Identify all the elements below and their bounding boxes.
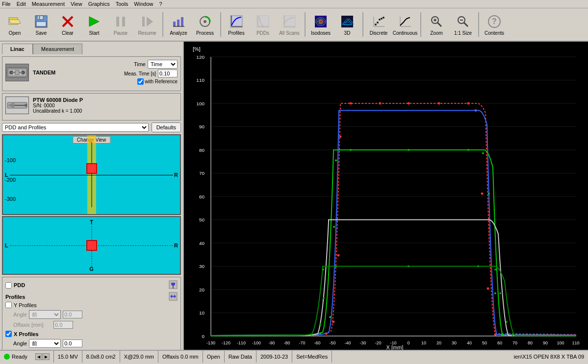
separator-2 (220, 12, 221, 37)
svg-point-158 (494, 268, 496, 270)
svg-point-40 (383, 17, 384, 19)
pause-button[interactable]: Pause (108, 10, 133, 39)
start-label: Start (89, 30, 99, 36)
svg-point-157 (477, 265, 479, 267)
reference-checkbox[interactable] (137, 78, 144, 85)
pdd-checkbox[interactable] (5, 282, 12, 289)
svg-point-37 (377, 22, 379, 24)
contents-button[interactable]: ? Contents (482, 10, 507, 39)
status-ready: Ready (0, 353, 31, 361)
svg-point-154 (322, 268, 324, 270)
menu-window[interactable]: Window (134, 1, 153, 7)
isodoses-button[interactable]: Isodoses (308, 10, 333, 39)
svg-rect-57 (15, 71, 19, 74)
menu-graphics[interactable]: Graphics (88, 1, 110, 7)
svg-text:?: ? (492, 17, 497, 25)
menu-edit[interactable]: Edit (17, 1, 26, 7)
angle-y-input[interactable] (63, 311, 82, 318)
angle-x-row: Angle 前 (13, 339, 178, 348)
profiles-button[interactable]: Profiles (224, 10, 249, 39)
xprofiles-row: X Profiles (5, 331, 178, 337)
defaults-button[interactable]: Defaults (152, 122, 181, 132)
detector1-info: TANDEM (33, 70, 120, 75)
angle-y-select[interactable]: 前 (29, 310, 61, 319)
mode-select[interactable]: Time Charge (148, 60, 178, 69)
pause-icon (113, 14, 128, 29)
svg-point-152 (319, 323, 321, 325)
svg-rect-12 (173, 22, 176, 26)
1to1-button[interactable]: 1:1 Size (450, 10, 476, 39)
nav-next-button[interactable]: ▶ (43, 353, 50, 360)
process-label: Process (196, 30, 214, 36)
menu-file[interactable]: File (2, 1, 11, 7)
svg-rect-8 (116, 17, 119, 26)
discrete-icon (371, 14, 386, 29)
svg-point-127 (408, 102, 410, 105)
clear-button[interactable]: Clear (55, 10, 80, 39)
menu-tools[interactable]: Tools (116, 1, 128, 7)
svg-text:-130: -130 (206, 340, 215, 345)
3d-label: 3D (344, 30, 351, 36)
tab-linac[interactable]: Linac (2, 44, 33, 54)
tandem-icon (5, 64, 29, 81)
xprofiles-checkbox[interactable] (5, 331, 12, 337)
3d-button[interactable]: 3D (334, 10, 360, 39)
profiles-arrows-icon (169, 292, 178, 302)
menu-view[interactable]: View (71, 1, 82, 7)
process-button[interactable]: Process (192, 10, 218, 39)
angle-x-input[interactable] (63, 340, 82, 347)
process-icon (197, 14, 213, 29)
separator-1 (162, 12, 163, 37)
pdds-button[interactable]: PDDs (250, 10, 276, 39)
tab-measurement[interactable]: Measurement (33, 44, 82, 54)
discrete-button[interactable]: Discrete (366, 10, 391, 39)
offaxis-y-input[interactable] (53, 321, 73, 329)
fieldsize-status: 8.0x8.0 cm2 (82, 351, 120, 363)
zoom-button[interactable]: Zoom (424, 10, 449, 39)
detector-dot-bottom (86, 240, 97, 251)
svg-point-147 (494, 292, 496, 294)
start-button[interactable]: Start (81, 10, 107, 39)
separator-4 (362, 12, 363, 37)
allscans-button[interactable]: All Scans (277, 10, 302, 39)
profiles-label: Profiles (228, 30, 244, 36)
resume-label: Resume (138, 30, 156, 36)
svg-point-144 (467, 149, 469, 151)
resume-button[interactable]: Resume (134, 10, 160, 39)
svg-line-48 (464, 23, 468, 26)
angle-y-row: Angle 前 (13, 310, 178, 319)
scan-controls: PDD Profiles Y Profiles Angle (2, 277, 181, 350)
analyze-button[interactable]: Analyze (166, 10, 191, 39)
open-icon (7, 14, 23, 29)
svg-text:50: 50 (482, 340, 487, 345)
continuous-button[interactable]: Continuous (392, 10, 418, 39)
svg-point-128 (438, 102, 440, 105)
yprofiles-checkbox[interactable] (5, 302, 12, 308)
state-status: Open (203, 351, 225, 363)
menu-help[interactable]: ? (159, 1, 162, 7)
scanmode-select[interactable]: PDD and Profiles PDD only Profiles only (2, 123, 149, 132)
depth-100: -100 (5, 157, 16, 163)
pdds-label: PDDs (256, 30, 269, 36)
meastime-input[interactable] (158, 70, 178, 77)
reference-row: with Reference (137, 78, 178, 85)
yprofiles-label: Y Profiles (14, 302, 37, 308)
svg-point-140 (333, 226, 335, 228)
save-button[interactable]: Save (28, 10, 54, 39)
open-button[interactable]: Open (2, 10, 27, 39)
angle-x-label: Angle (13, 340, 27, 346)
menu-measurement[interactable]: Measurement (32, 1, 65, 7)
svg-text:100: 100 (557, 340, 564, 345)
svg-rect-10 (142, 17, 145, 26)
svg-point-31 (318, 19, 323, 24)
label-R: R (174, 172, 178, 178)
svg-text:-100: -100 (252, 340, 261, 345)
zoom-label: Zoom (430, 30, 443, 36)
date-status: 2009-10-23 (256, 351, 292, 363)
mode-label: Time (134, 61, 146, 67)
nav-prev-button[interactable]: ◀ (35, 353, 42, 360)
separator-6 (478, 12, 479, 37)
svg-text:90: 90 (543, 340, 548, 345)
svg-text:-50: -50 (329, 340, 335, 345)
angle-x-select[interactable]: 前 (29, 339, 61, 348)
